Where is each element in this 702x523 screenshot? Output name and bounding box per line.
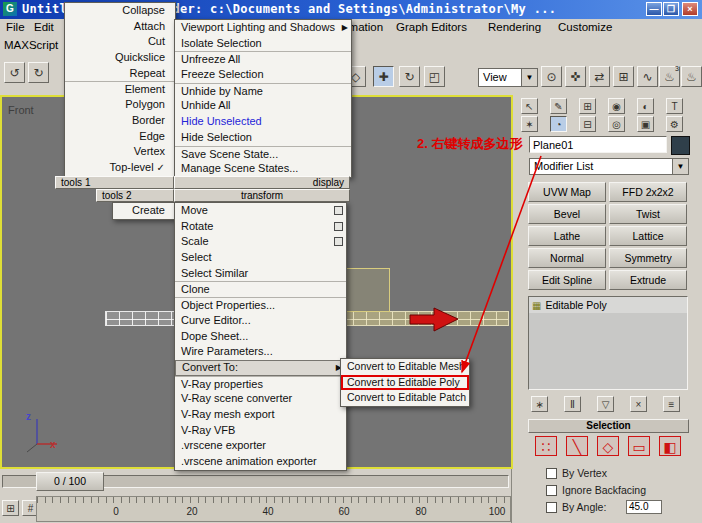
menu-item-convert-to[interactable]: Convert To:▶	[175, 360, 346, 376]
object-name-field[interactable]	[529, 136, 667, 153]
render-shade-icon[interactable]: ◐	[637, 98, 654, 114]
lathe-button[interactable]: Lathe	[528, 226, 606, 246]
ffd-2x2x2-button[interactable]: FFD 2x2x2	[609, 182, 687, 202]
menu-item-object-properties[interactable]: Object Properties...	[175, 297, 346, 313]
menu-item-hide-selection[interactable]: Hide Selection	[175, 130, 351, 146]
tab-utilities-icon[interactable]: ⚙	[666, 116, 683, 132]
menu-item-unhide-by-name[interactable]: Unhide by Name	[175, 83, 351, 99]
menu-item-element[interactable]: Element	[65, 81, 175, 97]
modifier-list-dropdown[interactable]: Modifier List ▼	[529, 158, 689, 175]
curve-editor-icon[interactable]: ∿	[637, 66, 658, 87]
render-setup-icon[interactable]: ♨3	[659, 66, 680, 87]
undo-icon[interactable]: ↺	[4, 62, 25, 83]
tab-modify-icon[interactable]: ◔	[550, 116, 567, 132]
menu-item-create[interactable]: Create	[113, 203, 175, 219]
edit-spline-button[interactable]: Edit Spline	[528, 270, 606, 290]
menu-item-rotate[interactable]: Rotate	[175, 219, 346, 235]
use-center-icon[interactable]: ⊙	[541, 66, 562, 87]
edge-icon[interactable]: ╲	[566, 436, 588, 456]
polygon-icon[interactable]: ▭	[628, 436, 650, 456]
object-color-swatch[interactable]	[671, 136, 690, 155]
remove-modifier-icon[interactable]: ×	[630, 396, 647, 412]
redo-icon[interactable]: ↻	[28, 62, 49, 83]
menu-item-save-scene-state[interactable]: Save Scene State...	[175, 146, 351, 162]
menu-item-unfreeze-all[interactable]: Unfreeze All	[175, 51, 351, 67]
menu-item-vray-scene-converter[interactable]: V-Ray scene converter	[175, 391, 346, 407]
select-scale-icon[interactable]: ◰	[424, 66, 445, 87]
minimize-button[interactable]: —	[646, 2, 662, 16]
menu-item-convert-to-editable-patch[interactable]: Convert to Editable Patch	[341, 390, 469, 406]
stack-row-editable-poly[interactable]: ▦Editable Poly	[529, 297, 687, 313]
material-editor-icon[interactable]: ◉	[608, 98, 625, 114]
menu-item-vray-mesh-export[interactable]: V-Ray mesh export	[175, 407, 346, 423]
extrude-button[interactable]: Extrude	[609, 270, 687, 290]
normal-button[interactable]: Normal	[528, 248, 606, 268]
menu-item-vray-vfb[interactable]: V-Ray VFB	[175, 423, 346, 439]
by-vertex-checkbox[interactable]	[546, 468, 557, 479]
mini-curve-editor-icon[interactable]: ⊞	[2, 500, 19, 516]
angle-value-field[interactable]: 45.0	[626, 500, 662, 514]
menu-file[interactable]: File	[6, 21, 25, 33]
reference-coordinate-dropdown[interactable]: View ▼	[478, 68, 538, 87]
menu-item-viewport-lighting-and-shadows[interactable]: Viewport Lighting and Shadows▶	[175, 20, 351, 36]
menu-customize[interactable]: Customize	[558, 21, 612, 33]
menu-item-hide-unselected[interactable]: Hide Unselected	[175, 114, 351, 130]
quick-render-icon[interactable]: ♨	[681, 66, 702, 87]
settings-icon[interactable]	[334, 237, 343, 246]
border-icon[interactable]: ◇	[597, 436, 619, 456]
uvw-map-button[interactable]: UVW Map	[528, 182, 606, 202]
mirror-icon[interactable]: ⇄	[589, 66, 610, 87]
menu-item-select[interactable]: Select	[175, 250, 346, 266]
schematic-view-icon[interactable]: ⊞	[579, 98, 596, 114]
menu-item-select-similar[interactable]: Select Similar	[175, 266, 346, 282]
menu-item-edge[interactable]: Edge	[65, 129, 175, 145]
configure-modifier-sets-icon[interactable]: ≡	[663, 396, 680, 412]
quad-header-tools2[interactable]: tools 2	[96, 189, 174, 202]
twist-button[interactable]: Twist	[609, 204, 687, 224]
select-object-icon[interactable]: ↖	[521, 98, 538, 114]
tab-hierarchy-icon[interactable]: ⊟	[579, 116, 596, 132]
menu-item-scale[interactable]: Scale	[175, 234, 346, 250]
menu-item-vrscene-animation-exporter[interactable]: .vrscene animation exporter	[175, 454, 346, 470]
menu-item-dope-sheet[interactable]: Dope Sheet...	[175, 329, 346, 345]
selection-rollout-header[interactable]: Selection	[528, 419, 689, 433]
quad-header-display[interactable]: display	[174, 176, 350, 189]
tab-motion-icon[interactable]: ◎	[608, 116, 625, 132]
menu-item-polygon[interactable]: Polygon	[65, 97, 175, 113]
pin-stack-icon[interactable]: ∗	[531, 396, 548, 412]
by-angle-checkbox[interactable]	[546, 502, 557, 513]
menu-item-quickslice[interactable]: Quickslice	[65, 50, 175, 66]
menu-item-convert-to-editable-mesh[interactable]: Convert to Editable Mesh	[341, 359, 469, 375]
align-icon[interactable]: ⊞	[613, 66, 634, 87]
track-bar-ruler[interactable]: 0 20 40 60 80 100	[36, 496, 511, 522]
quad-header-tools1[interactable]: tools 1	[55, 176, 174, 189]
element-icon[interactable]: ◧	[659, 436, 681, 456]
settings-icon[interactable]	[334, 206, 343, 215]
menu-item-isolate-selection[interactable]: Isolate Selection	[175, 36, 351, 52]
ignore-backfacing-checkbox[interactable]	[546, 485, 557, 496]
vertex-icon[interactable]: ∷	[535, 436, 557, 456]
menu-rendering[interactable]: Rendering	[488, 21, 541, 33]
menu-item-border[interactable]: Border	[65, 113, 175, 129]
quad-header-transform[interactable]: transform	[174, 189, 350, 202]
menu-item-unhide-all[interactable]: Unhide All	[175, 98, 351, 114]
menu-item-top-level[interactable]: Top-level✓	[65, 160, 175, 176]
menu-item-vrscene-exporter[interactable]: .vrscene exporter	[175, 438, 346, 454]
symmetry-button[interactable]: Symmetry	[609, 248, 687, 268]
menu-item-clone[interactable]: Clone	[175, 281, 346, 297]
select-manipulate-icon[interactable]: ✜	[565, 66, 586, 87]
render-type-icon[interactable]: T	[666, 98, 683, 114]
menu-item-curve-editor[interactable]: Curve Editor...	[175, 313, 346, 329]
settings-icon[interactable]	[334, 222, 343, 231]
menu-item-move[interactable]: Move	[175, 203, 346, 219]
lattice-button[interactable]: Lattice	[609, 226, 687, 246]
menu-graph-editors[interactable]: Graph Editors	[396, 21, 467, 33]
menu-item-wire-parameters[interactable]: Wire Parameters...	[175, 344, 346, 360]
select-move-icon[interactable]: ✚	[373, 66, 394, 87]
bevel-button[interactable]: Bevel	[528, 204, 606, 224]
menu-item-repeat[interactable]: Repeat	[65, 66, 175, 82]
menu-item-vray-properties[interactable]: V-Ray properties	[175, 376, 346, 392]
make-unique-icon[interactable]: ▽	[597, 396, 614, 412]
menu-edit[interactable]: Edit	[34, 21, 54, 33]
menu-item-attach[interactable]: Attach	[65, 19, 175, 35]
